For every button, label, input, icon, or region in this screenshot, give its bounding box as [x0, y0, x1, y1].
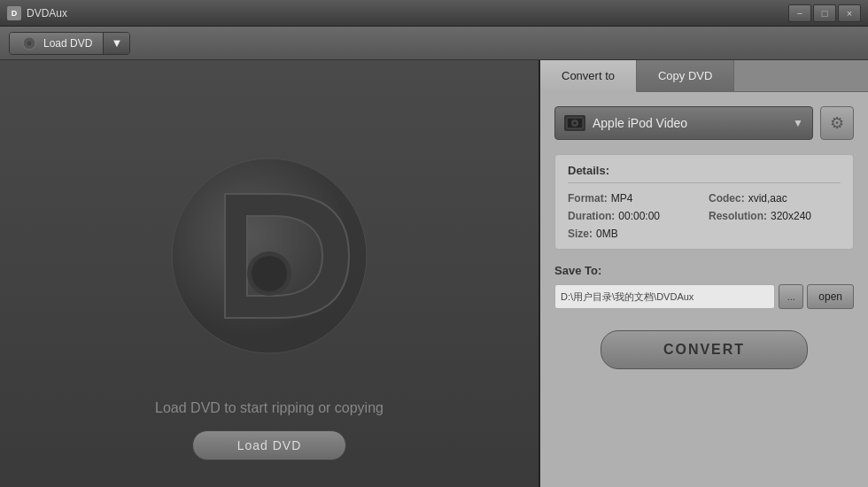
size-value: 0MB	[596, 228, 618, 240]
format-chevron-icon: ▼	[793, 117, 803, 129]
app-logo: D	[7, 6, 21, 20]
load-dvd-button[interactable]: Load DVD	[10, 33, 104, 54]
size-label: Size:	[568, 228, 593, 240]
titlebar-left: D DVDAux	[7, 6, 67, 20]
app-logo-large	[163, 150, 376, 362]
format-detail: Format: MP4	[568, 192, 700, 205]
format-dropdown[interactable]: Apple iPod Video ▼	[554, 106, 813, 140]
app-title: DVDAux	[27, 7, 67, 19]
format-value: MP4	[611, 192, 633, 205]
resolution-value: 320x240	[771, 210, 811, 222]
duration-label: Duration:	[568, 210, 615, 222]
resolution-detail: Resolution: 320x240	[709, 210, 841, 222]
placeholder-text: Load DVD to start ripping or copying	[155, 400, 384, 416]
details-title: Details:	[568, 164, 841, 183]
convert-button[interactable]: CONVERT	[601, 330, 808, 369]
save-section: Save To: D:\用户目录\我的文档\DVDAux ... open	[554, 264, 854, 309]
size-detail: Size: 0MB	[568, 228, 700, 240]
right-content: Apple iPod Video ▼ ⚙ Details: Format: MP…	[540, 92, 868, 487]
load-dvd-center-button[interactable]: Load DVD	[192, 430, 347, 460]
minimize-button[interactable]: −	[788, 4, 811, 22]
format-label: Format:	[568, 192, 608, 205]
svg-point-8	[574, 122, 577, 125]
format-selector-row: Apple iPod Video ▼ ⚙	[554, 106, 854, 140]
right-panel: Convert to Copy DVD Apple iPod Video ▼	[540, 60, 868, 487]
convert-area: CONVERT	[554, 323, 854, 376]
codec-label: Codec:	[709, 192, 745, 205]
resolution-label: Resolution:	[709, 210, 767, 222]
format-icon	[564, 115, 585, 131]
settings-button[interactable]: ⚙	[820, 106, 854, 140]
save-row: D:\用户目录\我的文档\DVDAux ... open	[554, 284, 854, 309]
browse-button[interactable]: ...	[779, 284, 803, 309]
window-controls: − □ ×	[788, 4, 861, 22]
titlebar: D DVDAux − □ ×	[0, 0, 868, 27]
dvd-icon	[20, 36, 38, 50]
format-name: Apple iPod Video	[593, 116, 786, 130]
duration-detail: Duration: 00:00:00	[568, 210, 700, 222]
chevron-down-icon: ▼	[111, 36, 122, 50]
save-to-label: Save To:	[554, 264, 854, 277]
save-path-display: D:\用户目录\我的文档\DVDAux	[554, 284, 775, 309]
tab-convert[interactable]: Convert to	[540, 60, 637, 92]
load-dvd-splitbutton: Load DVD ▼	[9, 32, 130, 55]
details-section: Details: Format: MP4 Codec: xvid,aac Dur…	[554, 154, 854, 250]
svg-point-2	[28, 43, 30, 44]
maximize-button[interactable]: □	[813, 4, 836, 22]
gear-icon: ⚙	[830, 113, 844, 133]
load-dvd-dropdown-arrow[interactable]: ▼	[104, 33, 129, 54]
left-panel: Load DVD to start ripping or copying Loa…	[0, 60, 540, 487]
close-button[interactable]: ×	[838, 4, 861, 22]
details-grid: Format: MP4 Codec: xvid,aac Duration: 00…	[568, 192, 841, 240]
codec-detail: Codec: xvid,aac	[709, 192, 841, 205]
codec-value: xvid,aac	[748, 192, 787, 205]
toolbar: Load DVD ▼	[0, 27, 868, 60]
main-area: Load DVD to start ripping or copying Loa…	[0, 60, 868, 487]
open-button[interactable]: open	[807, 284, 854, 309]
svg-point-5	[252, 256, 287, 291]
tab-bar: Convert to Copy DVD	[540, 60, 868, 92]
tab-copy-dvd[interactable]: Copy DVD	[637, 60, 734, 91]
duration-value: 00:00:00	[618, 210, 660, 222]
